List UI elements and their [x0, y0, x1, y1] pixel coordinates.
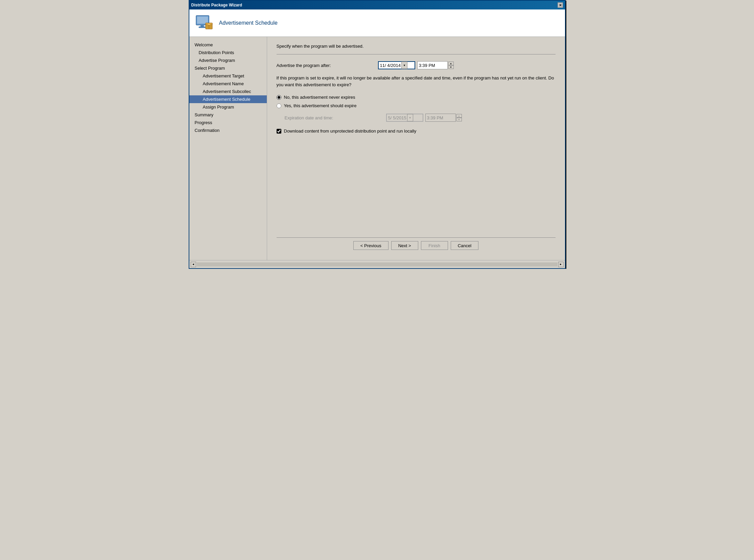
svg-rect-3: [199, 27, 206, 28]
sidebar-item-advertisement-name[interactable]: Advertisement Name: [189, 80, 267, 87]
sidebar-item-advertisement-subcollec[interactable]: Advertisement Subcollec: [189, 87, 267, 95]
checkbox-row: Download content from unprotected distri…: [277, 128, 555, 134]
next-button[interactable]: Next >: [391, 241, 418, 250]
sidebar-item-advertisement-schedule[interactable]: Advertisement Schedule: [189, 95, 267, 103]
scroll-track: [197, 262, 557, 266]
advertise-date-dropdown-btn[interactable]: ▼: [401, 62, 407, 69]
sidebar-item-distribution-points[interactable]: Distribution Points: [189, 49, 267, 57]
title-bar: Distribute Package Wizard ✕: [189, 1, 565, 9]
radio-yes-label: Yes, this advertisement should expire: [284, 103, 357, 108]
radio-no-item: No, this advertisement never expires: [277, 95, 555, 100]
scrollbar-area: ◄ ►: [189, 260, 565, 268]
advertise-date-field[interactable]: 11/ 4/2014 ▼: [378, 61, 415, 69]
advertise-time-value: 3:39 PM: [419, 63, 435, 68]
advertise-time-spin-down[interactable]: ▼: [448, 65, 454, 69]
main-panel: Specify when the program will be adverti…: [267, 37, 565, 260]
previous-button[interactable]: < Previous: [353, 241, 388, 250]
checkbox-label: Download content from unprotected distri…: [284, 128, 416, 134]
header-icon: [195, 14, 214, 33]
advertise-date-group: 11/ 4/2014 ▼ 3:39 PM ▲ ▼: [378, 61, 454, 69]
title-bar-left: Distribute Package Wizard: [191, 3, 242, 7]
sidebar-item-advertisement-target[interactable]: Advertisement Target: [189, 72, 267, 80]
main-content: Specify when the program will be adverti…: [277, 44, 555, 237]
expiration-label: Expiration date and time:: [285, 115, 386, 120]
advertise-time-field[interactable]: 3:39 PM: [417, 61, 448, 69]
sidebar-item-progress[interactable]: Progress: [189, 119, 267, 126]
close-button[interactable]: ✕: [557, 2, 563, 8]
svg-rect-7: [208, 24, 210, 25]
expiration-time-field: 3:39 PM: [425, 114, 456, 122]
advertise-date-value: 11/ 4/2014: [380, 63, 401, 68]
window-title: Distribute Package Wizard: [191, 3, 242, 7]
radio-no-expires[interactable]: [277, 95, 281, 100]
svg-rect-2: [201, 25, 204, 27]
expiration-time-spin-down: ▼: [456, 118, 462, 121]
sidebar-item-assign-program[interactable]: Assign Program: [189, 103, 267, 111]
radio-group: No, this advertisement never expires Yes…: [277, 95, 555, 108]
scroll-right-button[interactable]: ►: [558, 262, 564, 267]
header-title: Advertisement Schedule: [219, 20, 278, 26]
radio-no-label: No, this advertisement never expires: [284, 95, 355, 100]
sidebar-item-confirmation[interactable]: Confirmation: [189, 126, 267, 134]
expiration-date-field: 5/ 5/2015 ▼: [386, 114, 423, 122]
sidebar-item-advertise-program[interactable]: Advertise Program: [189, 57, 267, 64]
button-bar: < Previous Next > Finish Cancel: [277, 237, 555, 253]
wizard-window: Distribute Package Wizard ✕ Advertisemen…: [189, 0, 566, 269]
advertise-time-spin: ▲ ▼: [448, 62, 454, 69]
svg-rect-1: [197, 17, 208, 24]
sidebar-item-welcome[interactable]: Welcome: [189, 41, 267, 49]
advertise-label: Advertise the program after:: [277, 63, 378, 68]
expiration-row: Expiration date and time: 5/ 5/2015 ▼ 3:…: [277, 114, 555, 122]
radio-yes-item: Yes, this advertisement should expire: [277, 103, 555, 108]
header-area: Advertisement Schedule: [189, 9, 565, 37]
expiration-date-group: 5/ 5/2015 ▼ 3:39 PM ▲ ▼: [386, 114, 462, 122]
download-checkbox[interactable]: [277, 129, 281, 134]
expiration-time-spin: ▲ ▼: [456, 114, 462, 121]
advertise-after-row: Advertise the program after: 11/ 4/2014 …: [277, 61, 555, 69]
scroll-left-button[interactable]: ◄: [191, 262, 196, 267]
finish-button[interactable]: Finish: [421, 241, 448, 250]
expiration-date-value: 5/ 5/2015: [388, 115, 406, 120]
cancel-button[interactable]: Cancel: [451, 241, 478, 250]
expiration-time-spin-up: ▲: [456, 114, 462, 118]
expiration-time-value: 3:39 PM: [427, 115, 443, 120]
expiration-date-dropdown-btn: ▼: [407, 114, 413, 121]
sidebar-item-summary[interactable]: Summary: [189, 111, 267, 119]
radio-yes-expires[interactable]: [277, 103, 281, 108]
description-text: Specify when the program will be adverti…: [277, 44, 555, 49]
sidebar-item-select-program[interactable]: Select Program: [189, 64, 267, 72]
sidebar: Welcome Distribution Points Advertise Pr…: [189, 37, 267, 260]
expire-info-text: If this program is set to expire, it wil…: [277, 75, 555, 88]
advertise-time-spin-up[interactable]: ▲: [448, 62, 454, 65]
content-area: Welcome Distribution Points Advertise Pr…: [189, 37, 565, 260]
divider: [277, 54, 555, 55]
